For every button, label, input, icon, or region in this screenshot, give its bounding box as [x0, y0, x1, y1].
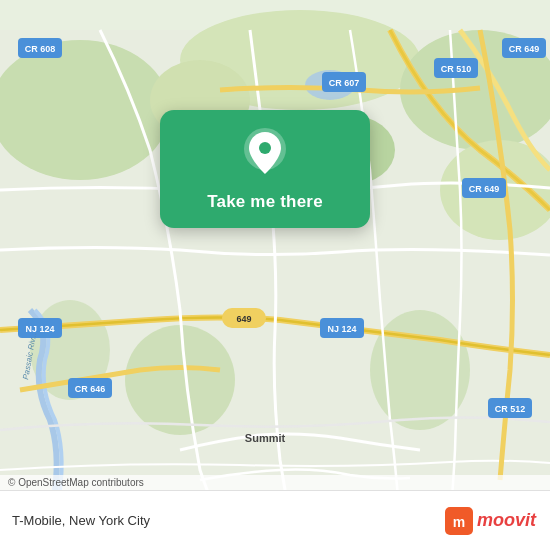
map-container: CR 608 NJ 124 NJ 124 CR 646 CR 649 CR 64…	[0, 0, 550, 550]
location-title: T-Mobile, New York City	[12, 513, 150, 528]
copyright-bar: © OpenStreetMap contributors	[0, 475, 550, 490]
moovit-text: moovit	[477, 510, 536, 531]
svg-text:CR 607: CR 607	[329, 78, 360, 88]
moovit-logo: m moovit	[445, 507, 536, 535]
popup-card[interactable]: Take me there	[160, 110, 370, 228]
svg-text:CR 608: CR 608	[25, 44, 56, 54]
svg-text:NJ 124: NJ 124	[327, 324, 356, 334]
svg-point-7	[125, 325, 235, 435]
svg-point-35	[259, 142, 271, 154]
moovit-icon: m	[445, 507, 473, 535]
bottom-bar: T-Mobile, New York City m moovit	[0, 490, 550, 550]
svg-text:m: m	[453, 514, 465, 530]
location-pin-icon	[239, 128, 291, 180]
svg-text:CR 646: CR 646	[75, 384, 106, 394]
popup-take-me-there-label: Take me there	[207, 192, 323, 212]
svg-text:649: 649	[236, 314, 251, 324]
svg-text:CR 510: CR 510	[441, 64, 472, 74]
svg-text:CR 649: CR 649	[469, 184, 500, 194]
svg-text:Summit: Summit	[245, 432, 286, 444]
copyright-text: © OpenStreetMap contributors	[8, 477, 144, 488]
svg-text:CR 512: CR 512	[495, 404, 526, 414]
map-background: CR 608 NJ 124 NJ 124 CR 646 CR 649 CR 64…	[0, 0, 550, 550]
svg-text:CR 649: CR 649	[509, 44, 540, 54]
